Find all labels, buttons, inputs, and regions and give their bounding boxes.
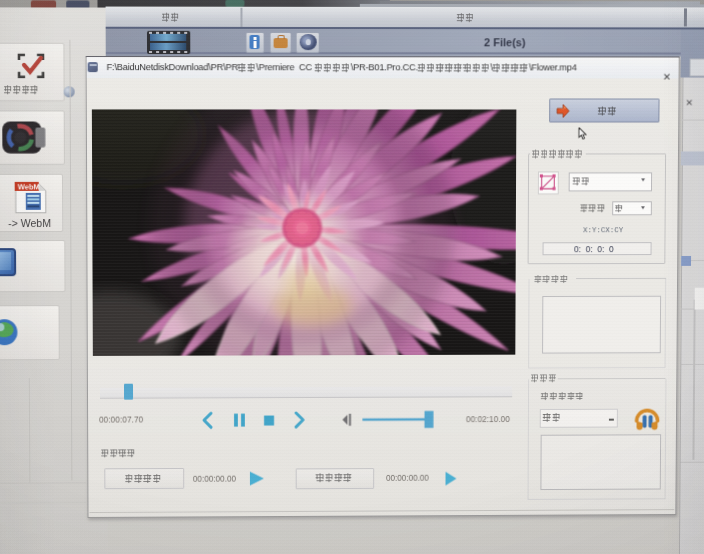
svg-text:WebM: WebM xyxy=(18,183,40,192)
